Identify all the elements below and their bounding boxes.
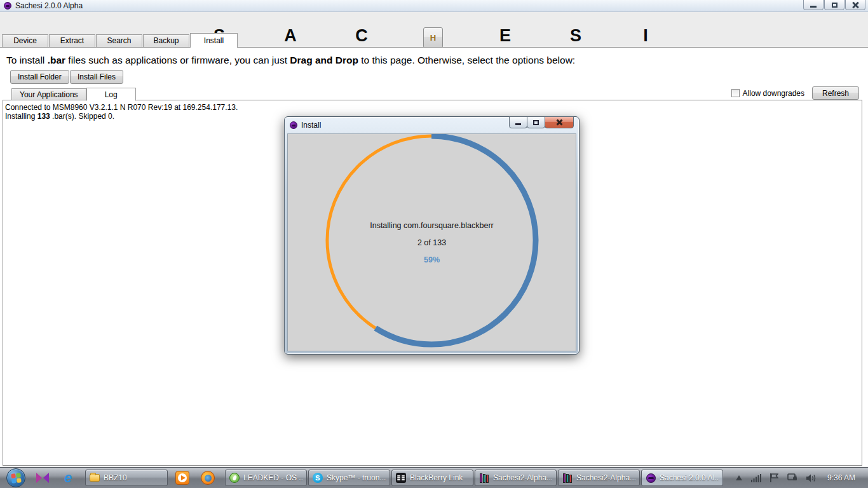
taskbar-button-label: BBZ10 xyxy=(104,473,127,482)
taskbar-button-sachesi2-rar-2[interactable]: Sachesi2-Alpha... xyxy=(558,470,640,486)
leadked-icon xyxy=(229,473,240,483)
header-band: S A C H E S I Device Extract Search Back… xyxy=(0,11,868,48)
tray-expand-icon[interactable] xyxy=(736,475,742,480)
dialog-sachesi-icon xyxy=(290,121,297,129)
maximize-button[interactable] xyxy=(824,0,844,10)
progress-text-block: Installing com.foursquare.blackberr 2 of… xyxy=(288,134,576,351)
window-title: Sachesi 2.0.0 Alpha xyxy=(15,1,83,10)
instruction-bold-dragdrop: Drag and Drop xyxy=(290,55,358,65)
taskbar-button-leadked[interactable]: LEADKED - OS ... xyxy=(225,470,307,486)
folder-icon xyxy=(90,473,100,483)
taskbar-button-sachesi2-rar-1[interactable]: Sachesi2-Alpha... xyxy=(475,470,557,486)
ie-glyph: e xyxy=(64,471,72,485)
right-controls: Allow downgrades Refresh xyxy=(731,86,859,100)
taskbar-button-label: Skype™ - truon... xyxy=(327,473,386,482)
tab-device[interactable]: Device xyxy=(2,34,48,47)
allow-downgrades-checkbox[interactable] xyxy=(731,89,740,97)
taskbar-button-blackberry-link[interactable]: BlackBerry Link xyxy=(391,470,473,486)
volume-icon[interactable] xyxy=(806,474,817,482)
start-button[interactable] xyxy=(6,468,25,487)
action-center-flag-icon[interactable] xyxy=(770,473,778,482)
screen: Sachesi 2.0.0 Alpha S A C H E S I Device… xyxy=(0,0,868,488)
system-tray: 9:36 AM xyxy=(731,468,868,488)
taskbar-button-label: Sachesi2-Alpha... xyxy=(493,473,552,482)
tab-backup[interactable]: Backup xyxy=(143,34,189,47)
maximize-icon xyxy=(533,120,539,125)
taskbar-button-label: LEADKED - OS ... xyxy=(243,473,302,482)
log-line-1: Connected to MSM8960 V3.2.1.1 N R070 Rev… xyxy=(5,103,860,112)
main-tabbar: Device Extract Search Backup Install xyxy=(0,32,868,48)
winrar-icon xyxy=(479,473,489,483)
log-line-part: .bar(s). Skipped 0. xyxy=(50,112,114,121)
close-icon xyxy=(556,119,562,126)
internet-explorer-icon[interactable]: e xyxy=(60,470,76,486)
tab-install[interactable]: Install xyxy=(190,33,238,48)
kmplayer-icon[interactable] xyxy=(34,470,51,486)
taskbar-clock[interactable]: 9:36 AM xyxy=(827,473,855,482)
dialog-maximize-button[interactable] xyxy=(527,116,545,128)
log-line-part: Installing xyxy=(5,112,37,121)
close-icon xyxy=(852,2,858,8)
window-titlebar[interactable]: Sachesi 2.0.0 Alpha xyxy=(0,0,868,11)
subtab-your-applications[interactable]: Your Applications xyxy=(11,88,86,100)
dialog-title: Install xyxy=(301,121,321,130)
install-files-button[interactable]: Install Files xyxy=(70,70,123,84)
minimize-button[interactable] xyxy=(803,0,824,10)
dialog-titlebar[interactable]: Install xyxy=(285,117,579,133)
taskbar: e BBZ10 LEADKED - OS ... S Skype™ - truo… xyxy=(0,467,868,488)
skype-icon: S xyxy=(313,473,323,483)
tab-search[interactable]: Search xyxy=(96,34,142,47)
caption-buttons xyxy=(803,0,865,10)
instruction-part: To install xyxy=(6,55,48,65)
taskbar-button-sachesi-app[interactable]: Sachesi 2.0.0 Al... xyxy=(641,470,723,486)
maximize-icon xyxy=(832,3,837,8)
minimize-icon xyxy=(810,6,817,8)
tab-extract[interactable]: Extract xyxy=(49,34,95,47)
winrar-icon xyxy=(562,473,573,483)
safely-remove-hardware-icon[interactable] xyxy=(787,473,797,482)
dialog-caption-buttons xyxy=(510,116,574,128)
progress-count-text: 2 of 133 xyxy=(288,238,576,247)
taskbar-button-skype[interactable]: S Skype™ - truon... xyxy=(308,470,390,486)
firefox-icon[interactable] xyxy=(200,470,216,486)
taskbar-button-label: Sachesi 2.0.0 Al... xyxy=(660,473,719,482)
dialog-content: Installing com.foursquare.blackberr 2 of… xyxy=(287,133,576,351)
dialog-minimize-button[interactable] xyxy=(509,116,527,128)
instruction-part: to this page. Otherwise, select the opti… xyxy=(358,55,575,65)
network-signal-icon[interactable] xyxy=(751,474,761,482)
windows-logo-icon xyxy=(11,473,22,484)
install-dialog: Install Installing com.foursquare.blackb… xyxy=(284,116,580,355)
dialog-close-button[interactable] xyxy=(545,116,574,128)
wmp-icon[interactable] xyxy=(174,470,191,486)
subtab-bar: Your Applications Log xyxy=(11,87,136,100)
allow-downgrades-label[interactable]: Allow downgrades xyxy=(743,89,804,98)
refresh-button[interactable]: Refresh xyxy=(812,86,859,100)
progress-status-text: Installing com.foursquare.blackberr xyxy=(288,221,576,230)
subtab-log[interactable]: Log xyxy=(86,88,136,101)
instruction-bold-bar: .bar xyxy=(48,55,65,65)
taskbar-button-bbz10[interactable]: BBZ10 xyxy=(85,470,168,486)
instruction-part: files such as applications or firmware, … xyxy=(65,55,290,65)
taskbar-button-label: Sachesi2-Alpha... xyxy=(576,473,635,482)
minimize-icon xyxy=(515,123,521,125)
sachesi-app-icon xyxy=(4,2,11,10)
close-button[interactable] xyxy=(845,0,865,10)
instruction-text: To install .bar files such as applicatio… xyxy=(6,55,575,66)
sachesi-icon xyxy=(646,473,656,483)
taskbar-button-label: BlackBerry Link xyxy=(410,473,463,482)
blackberry-icon xyxy=(396,473,406,483)
log-line-count: 133 xyxy=(37,112,50,121)
progress-percent: 59% xyxy=(288,255,576,264)
install-folder-button[interactable]: Install Folder xyxy=(10,70,69,84)
